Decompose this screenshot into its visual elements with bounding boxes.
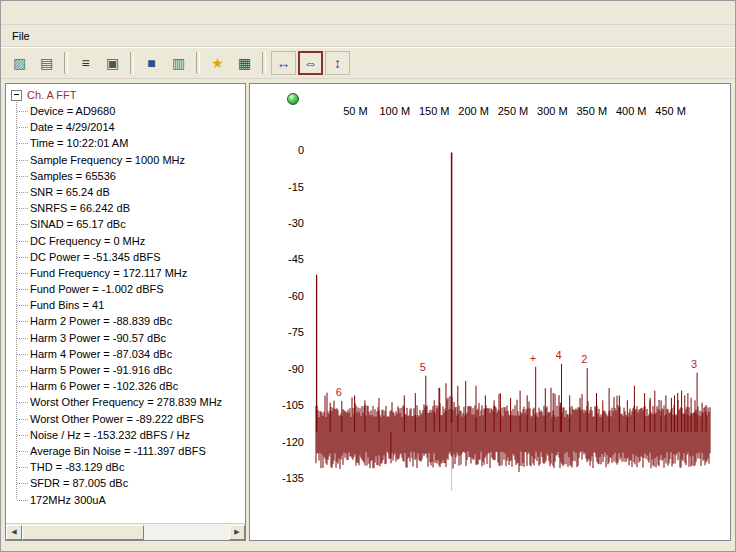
x-tick-label: 100 M bbox=[380, 105, 411, 117]
tree-item[interactable]: Device = AD9680 bbox=[16, 103, 245, 119]
harmonic-marker-label: 3 bbox=[691, 358, 697, 370]
toolbar-separator bbox=[262, 52, 266, 74]
grid-icon: ▦ bbox=[238, 56, 251, 70]
x-tick-label: 50 M bbox=[343, 105, 367, 117]
y-tick-label: -90 bbox=[288, 363, 304, 375]
fit-page-icon: ⇔ bbox=[304, 56, 318, 70]
y-tick-label: -45 bbox=[288, 253, 304, 265]
tree-item[interactable]: Harm 4 Power = -87.034 dBc bbox=[16, 346, 245, 362]
x-tick-label: 450 M bbox=[655, 105, 686, 117]
tree-items: Device = AD9680Date = 4/29/2014Time = 10… bbox=[16, 103, 245, 508]
y-tick-label: -135 bbox=[282, 472, 304, 484]
y-tick-label: 0 bbox=[298, 144, 304, 156]
harmonic-marker-label: + bbox=[530, 352, 536, 364]
tree-item[interactable]: Harm 3 Power = -90.57 dBc bbox=[16, 330, 245, 346]
fit-horizontal-button[interactable]: ↔ bbox=[271, 51, 296, 75]
scroll-right-button[interactable]: ▶ bbox=[229, 525, 245, 540]
fft-plot-panel: 50 M100 M150 M200 M250 M300 M350 M400 M4… bbox=[249, 83, 731, 541]
harmonic-marker-label: 4 bbox=[556, 349, 562, 361]
horizontal-scrollbar: ◀ ▶ bbox=[6, 523, 245, 540]
fit-vertical-button[interactable]: ↕ bbox=[325, 51, 350, 75]
edit-canvas-button[interactable]: ▨ bbox=[7, 51, 32, 75]
tree-item[interactable]: Harm 5 Power = -91.916 dBc bbox=[16, 362, 245, 378]
tree-item[interactable]: Harm 6 Power = -102.326 dBc bbox=[16, 378, 245, 394]
toolbar-separator bbox=[130, 52, 134, 74]
app-window: File ▨▤≡▣■▥★▦↔⇔↕ Ch. A FFT Device = AD96… bbox=[0, 0, 736, 552]
tree-item[interactable]: Fund Power = -1.002 dBFS bbox=[16, 281, 245, 297]
collapse-toggle-icon[interactable] bbox=[11, 90, 22, 101]
toolbar-separator bbox=[196, 52, 200, 74]
tree-item[interactable]: DC Frequency = 0 MHz bbox=[16, 233, 245, 249]
tree-item[interactable]: Date = 4/29/2014 bbox=[16, 119, 245, 135]
save-button[interactable]: ■ bbox=[139, 51, 164, 75]
tree-item[interactable]: 172MHz 300uA bbox=[16, 492, 245, 508]
y-tick-label: -15 bbox=[288, 181, 304, 193]
tree-item[interactable]: Sample Frequency = 1000 MHz bbox=[16, 152, 245, 168]
fft-results-panel: Ch. A FFT Device = AD9680Date = 4/29/201… bbox=[5, 83, 246, 541]
fit-page-button[interactable]: ⇔ bbox=[298, 51, 323, 75]
fft-spectrum-chart: 50 M100 M150 M200 M250 M300 M350 M400 M4… bbox=[250, 84, 730, 541]
content-area: Ch. A FFT Device = AD9680Date = 4/29/201… bbox=[5, 83, 731, 541]
x-tick-label: 350 M bbox=[577, 105, 608, 117]
tree-root-label[interactable]: Ch. A FFT bbox=[27, 89, 77, 101]
y-tick-label: -30 bbox=[288, 217, 304, 229]
status-led-icon bbox=[287, 93, 299, 105]
tree-item[interactable]: Samples = 65536 bbox=[16, 168, 245, 184]
graph-properties-button[interactable]: ▤ bbox=[34, 51, 59, 75]
toolbar-separator bbox=[64, 52, 68, 74]
tree-item[interactable]: SNR = 65.24 dB bbox=[16, 184, 245, 200]
tree-item[interactable]: Fund Bins = 41 bbox=[16, 297, 245, 313]
titlebar-strip bbox=[1, 1, 735, 25]
tree-view: Ch. A FFT Device = AD9680Date = 4/29/201… bbox=[6, 84, 245, 524]
tree-item[interactable]: Worst Other Frequency = 278.839 MHz bbox=[16, 394, 245, 410]
print-icon: ▥ bbox=[172, 56, 185, 70]
fit-horizontal-icon: ↔ bbox=[277, 56, 291, 70]
y-tick-label: -60 bbox=[288, 290, 304, 302]
tree-item[interactable]: SNRFS = 66.242 dB bbox=[16, 200, 245, 216]
text-report-button[interactable]: ≡ bbox=[73, 51, 98, 75]
x-tick-label: 400 M bbox=[616, 105, 647, 117]
tree-item[interactable]: SINAD = 65.17 dBc bbox=[16, 216, 245, 232]
export-window-button[interactable]: ▣ bbox=[100, 51, 125, 75]
scrollbar-thumb[interactable] bbox=[22, 525, 144, 540]
y-tick-label: -75 bbox=[288, 326, 304, 338]
tree-item[interactable]: SFDR = 87.005 dBc bbox=[16, 475, 245, 491]
graph-properties-icon: ▤ bbox=[40, 56, 53, 70]
y-tick-label: -105 bbox=[282, 399, 304, 411]
fit-vertical-icon: ↕ bbox=[334, 56, 341, 70]
y-tick-label: -120 bbox=[282, 436, 304, 448]
x-tick-label: 300 M bbox=[537, 105, 568, 117]
grid-button[interactable]: ▦ bbox=[232, 51, 257, 75]
tree-item[interactable]: THD = -83.129 dBc bbox=[16, 459, 245, 475]
x-tick-label: 200 M bbox=[458, 105, 489, 117]
harmonic-marker-label: 6 bbox=[336, 386, 342, 398]
scroll-left-button[interactable]: ◀ bbox=[6, 525, 22, 540]
x-tick-label: 250 M bbox=[498, 105, 529, 117]
tree-item[interactable]: DC Power = -51.345 dBFS bbox=[16, 249, 245, 265]
tree-root-row: Ch. A FFT bbox=[9, 87, 245, 103]
x-tick-label: 150 M bbox=[419, 105, 450, 117]
export-window-icon: ▣ bbox=[106, 56, 119, 70]
tree-item[interactable]: Noise / Hz = -153.232 dBFS / Hz bbox=[16, 427, 245, 443]
noise-floor-trace bbox=[316, 388, 710, 472]
tree-item[interactable]: Fund Frequency = 172.117 MHz bbox=[16, 265, 245, 281]
menu-file[interactable]: File bbox=[5, 28, 37, 44]
save-icon: ■ bbox=[147, 56, 155, 70]
tree-item[interactable]: Time = 10:22:01 AM bbox=[16, 135, 245, 151]
tree-item[interactable]: Average Bin Noise = -111.397 dBFS bbox=[16, 443, 245, 459]
harmonic-marker-label: 5 bbox=[420, 361, 426, 373]
menu-bar: File bbox=[1, 25, 735, 47]
harmonic-marker-label: 2 bbox=[581, 353, 587, 365]
favorites-icon: ★ bbox=[211, 56, 224, 70]
toolbar: ▨▤≡▣■▥★▦↔⇔↕ bbox=[1, 47, 735, 79]
tree-item[interactable]: Worst Other Power = -89.222 dBFS bbox=[16, 411, 245, 427]
favorites-button[interactable]: ★ bbox=[205, 51, 230, 75]
edit-canvas-icon: ▨ bbox=[13, 56, 26, 70]
print-button[interactable]: ▥ bbox=[166, 51, 191, 75]
text-report-icon: ≡ bbox=[81, 56, 89, 70]
tree-item[interactable]: Harm 2 Power = -88.839 dBc bbox=[16, 313, 245, 329]
